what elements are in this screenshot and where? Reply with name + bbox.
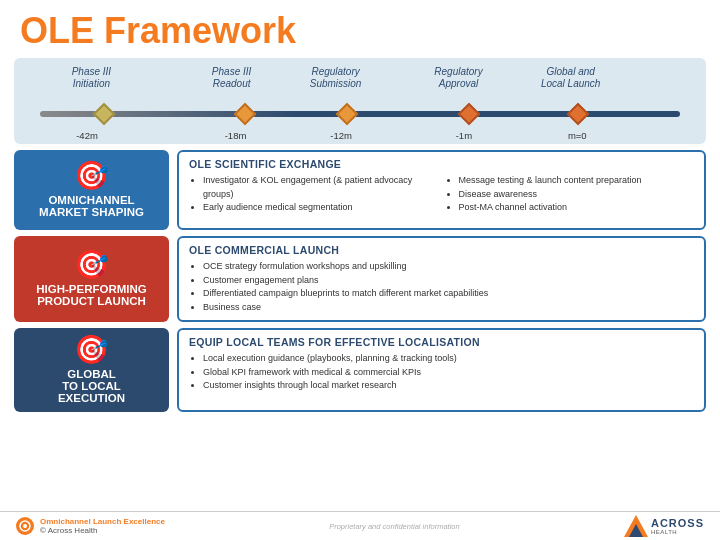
across-logo-graphic	[624, 515, 648, 537]
milestone-label-4: Global andLocal Launch	[538, 66, 603, 90]
row-content-global: EQUIP LOCAL TEAMS FOR EFFECTIVE LOCALISA…	[177, 328, 706, 412]
row-omnichannel: 🎯 OMNICHANNELMARKET SHAPING OLE SCIENTIF…	[14, 150, 706, 230]
tick-3: -1m	[456, 130, 472, 141]
list-item: Message testing & launch content prepara…	[459, 174, 695, 188]
page-title: OLE Framework	[20, 10, 700, 52]
content-title-omnichannel: OLE SCIENTIFIC EXCHANGE	[189, 158, 694, 170]
list-item: Differentiated campaign blueprints to ma…	[203, 287, 694, 301]
row-global: 🎯 GLOBALTO LOCALEXECUTION EQUIP LOCAL TE…	[14, 328, 706, 412]
ole-logo-icon	[16, 517, 34, 535]
content-title-global: EQUIP LOCAL TEAMS FOR EFFECTIVE LOCALISA…	[189, 336, 694, 348]
brand-name: ACROSS	[651, 517, 704, 529]
row-high-performing: 🎯 HIGH-PERFORMINGPRODUCT LAUNCH OLE COMM…	[14, 236, 706, 322]
footer-ole-label: Omnichannel Launch Excellence © Across H…	[40, 517, 165, 535]
list-global: Local execution guidance (playbooks, pla…	[189, 352, 694, 393]
list-item: Disease awareness	[459, 188, 695, 202]
diamond-4	[566, 103, 589, 126]
row-content-high-performing: OLE COMMERCIAL LAUNCH OCE strategy formu…	[177, 236, 706, 322]
brand-sub: HEALTH	[651, 529, 704, 535]
ole-circle-icon	[19, 520, 31, 532]
milestone-label-3: RegulatoryApproval	[426, 66, 491, 90]
tick-2: -12m	[330, 130, 352, 141]
list-item: Local execution guidance (playbooks, pla…	[203, 352, 694, 366]
list-item: Investigator & KOL engagement (& patient…	[203, 174, 439, 201]
diamond-3	[457, 103, 480, 126]
milestone-label-1: Phase IIIReadout	[202, 66, 262, 90]
footer-copyright: © Across Health	[40, 526, 165, 535]
timeline-bar	[40, 100, 680, 128]
list-item: Early audience medical segmentation	[203, 201, 439, 215]
diamond-2	[336, 103, 359, 126]
content-title-high-performing: OLE COMMERCIAL LAUNCH	[189, 244, 694, 256]
list-item: Customer engagement plans	[203, 274, 694, 288]
list-item: Global KPI framework with medical & comm…	[203, 366, 694, 380]
list-item: Post-MA channel activation	[459, 201, 695, 215]
list-item: Business case	[203, 301, 694, 315]
row-label-high-performing: 🎯 HIGH-PERFORMINGPRODUCT LAUNCH	[14, 236, 169, 322]
col2-omnichannel: Message testing & launch content prepara…	[445, 174, 695, 215]
list-omnichannel-col1: Investigator & KOL engagement (& patient…	[189, 174, 439, 215]
diamond-0	[93, 103, 116, 126]
footer-left: Omnichannel Launch Excellence © Across H…	[16, 517, 165, 535]
list-omnichannel-col2: Message testing & launch content prepara…	[445, 174, 695, 215]
across-text-block: ACROSS HEALTH	[651, 517, 704, 535]
target-icon-omnichannel: 🎯	[74, 162, 109, 190]
timeline-section: Phase IIIInitiation Phase IIIReadout Reg…	[14, 58, 706, 144]
page: OLE Framework Phase IIIInitiation Phase …	[0, 0, 720, 540]
svg-point-1	[23, 524, 27, 528]
list-item: Customer insights through local market r…	[203, 379, 694, 393]
ole-label-text: Omnichannel Launch Excellence	[40, 517, 165, 526]
milestone-label-0: Phase IIIInitiation	[56, 66, 126, 90]
across-health-logo: ACROSS HEALTH	[624, 515, 704, 537]
list-item: OCE strategy formulation workshops and u…	[203, 260, 694, 274]
milestone-label-2: RegulatorySubmission	[301, 66, 371, 90]
timeline-wrapper: Phase IIIInitiation Phase IIIReadout Reg…	[30, 66, 690, 138]
tick-1: -18m	[225, 130, 247, 141]
target-icon-global: 🎯	[74, 336, 109, 364]
triangle-inner-icon	[629, 524, 643, 537]
diamond-1	[233, 103, 256, 126]
content-area: 🎯 OMNICHANNELMARKET SHAPING OLE SCIENTIF…	[14, 150, 706, 412]
row-content-omnichannel: OLE SCIENTIFIC EXCHANGE Investigator & K…	[177, 150, 706, 230]
list-high-performing: OCE strategy formulation workshops and u…	[189, 260, 694, 314]
timeline-labels: Phase IIIInitiation Phase IIIReadout Reg…	[30, 66, 690, 100]
footer-confidential: Proprietary and confidential information	[329, 522, 460, 531]
header: OLE Framework	[0, 0, 720, 58]
two-col-omnichannel: Investigator & KOL engagement (& patient…	[189, 174, 694, 215]
target-icon-high-performing: 🎯	[74, 251, 109, 279]
footer: Omnichannel Launch Excellence © Across H…	[0, 511, 720, 540]
timeline-ticks: -42m -18m -12m -1m m=0	[30, 130, 690, 144]
tick-0: -42m	[76, 130, 98, 141]
row-label-global: 🎯 GLOBALTO LOCALEXECUTION	[14, 328, 169, 412]
row-label-text-global: GLOBALTO LOCALEXECUTION	[58, 368, 125, 404]
row-label-text-omnichannel: OMNICHANNELMARKET SHAPING	[39, 194, 144, 218]
row-label-omnichannel: 🎯 OMNICHANNELMARKET SHAPING	[14, 150, 169, 230]
row-label-text-high-performing: HIGH-PERFORMINGPRODUCT LAUNCH	[36, 283, 147, 307]
tick-4: m=0	[568, 130, 587, 141]
col1-omnichannel: Investigator & KOL engagement (& patient…	[189, 174, 439, 215]
